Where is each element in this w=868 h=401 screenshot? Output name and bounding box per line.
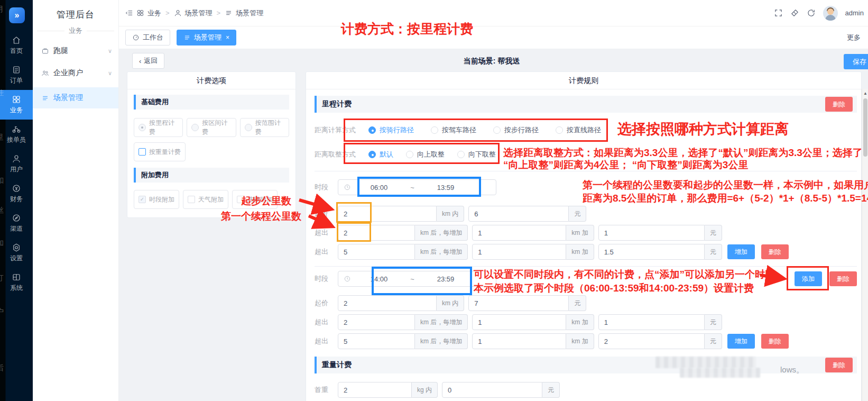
- step-km-input[interactable]: [472, 244, 566, 260]
- unit-addon: km 加: [566, 314, 594, 330]
- radio-round-down[interactable]: 向下取整: [457, 150, 496, 159]
- radio-round-default[interactable]: 默认: [368, 150, 393, 159]
- add-period-button[interactable]: 添加: [795, 271, 822, 286]
- rail-item-settings[interactable]: 设置: [0, 238, 33, 268]
- checkbox-time-surcharge[interactable]: ✓时段附加: [134, 190, 179, 209]
- over-km-input[interactable]: [338, 244, 415, 260]
- rail-item-users[interactable]: 用户: [0, 149, 33, 179]
- over-km-input[interactable]: [338, 333, 415, 349]
- period-end-time[interactable]: 13:59: [423, 184, 468, 192]
- step-km-input[interactable]: [472, 314, 566, 330]
- delete-weight-section-button[interactable]: 删除: [825, 358, 853, 372]
- increase-row-button[interactable]: 增加: [727, 334, 755, 349]
- radio-straight-line-route[interactable]: 按直线路径: [556, 125, 601, 135]
- step-km-input[interactable]: [472, 225, 566, 241]
- breadcrumb-scene-mgmt[interactable]: 场景管理: [185, 8, 213, 18]
- radio-by-range[interactable]: 按范围计费: [240, 118, 289, 137]
- vertical-scrollbar[interactable]: ▲: [862, 89, 868, 401]
- rail-item-courier[interactable]: 接单员: [0, 120, 33, 149]
- base-fee-input[interactable]: [468, 295, 569, 311]
- menu-group-label: 业务: [33, 26, 118, 35]
- period-end-time[interactable]: 23:59: [423, 275, 468, 283]
- step-fee-input[interactable]: [598, 225, 705, 241]
- scooter-icon: [12, 124, 21, 134]
- first-weight-input[interactable]: [338, 382, 412, 398]
- tab-workbench[interactable]: 工作台: [125, 30, 170, 45]
- menu-item-scene-management[interactable]: 场景管理: [33, 87, 118, 108]
- checkbox-select-surcharge[interactable]: 选择附加: [232, 190, 278, 209]
- username[interactable]: admin: [845, 9, 864, 17]
- step-km-input[interactable]: [472, 333, 566, 349]
- checkbox-weather-surcharge[interactable]: 天气附加: [183, 190, 228, 209]
- base-km-input[interactable]: [338, 206, 437, 222]
- refresh-icon[interactable]: [807, 8, 816, 17]
- grid-icon: [12, 95, 21, 104]
- checkbox-icon: ✓: [138, 196, 146, 203]
- step-fee-input[interactable]: [598, 314, 705, 330]
- scrollbar-thumb[interactable]: [863, 98, 867, 157]
- save-button[interactable]: 保存: [844, 54, 868, 69]
- more-button[interactable]: 更多: [847, 33, 861, 42]
- close-icon[interactable]: ×: [226, 34, 229, 41]
- first-weight-fee-input[interactable]: [442, 382, 542, 398]
- period-start-time[interactable]: 06:00: [356, 184, 402, 192]
- order-icon: [12, 65, 21, 75]
- unit-addon: 元: [542, 382, 560, 398]
- delete-period-button[interactable]: 删除: [829, 271, 857, 286]
- over-row: 超出 km 后，每增加 km 加 元: [315, 225, 857, 241]
- rail-item-business[interactable]: 业务: [0, 90, 33, 120]
- row-label: 首重: [315, 385, 338, 395]
- edge-char: 月: [0, 5, 4, 13]
- fullscreen-icon[interactable]: [774, 8, 783, 17]
- unit-addon: km 后，每增加: [415, 333, 468, 349]
- over-km-input[interactable]: [338, 225, 415, 241]
- radio-by-interval[interactable]: 按区间计费: [187, 118, 236, 137]
- breadcrumb-business[interactable]: 业务: [147, 8, 161, 18]
- time-range-picker-1[interactable]: 06:00 ~ 13:59: [338, 179, 496, 195]
- user-icon: [12, 154, 21, 163]
- radio-icon: [406, 151, 413, 158]
- menu-item-paotui[interactable]: 跑腿 ∨: [33, 40, 118, 62]
- period-start-time[interactable]: 14:00: [356, 275, 402, 283]
- back-button[interactable]: ‹返回: [132, 53, 164, 69]
- radio-riding-route[interactable]: 按骑行路径: [368, 125, 414, 135]
- rail-item-system[interactable]: 系统: [0, 268, 33, 297]
- time-range-picker-2[interactable]: 14:00 ~ 23:59: [338, 271, 496, 287]
- checkbox-icon: [237, 196, 244, 203]
- rail-item-finance[interactable]: 财务: [0, 179, 33, 208]
- delete-mileage-section-button[interactable]: 删除: [825, 97, 853, 112]
- menu-item-merchants[interactable]: 企业商户 ∨: [33, 62, 118, 84]
- avatar[interactable]: [823, 6, 838, 21]
- edge-char: 加: [0, 239, 4, 247]
- over-km-input[interactable]: [338, 314, 415, 330]
- collapse-sidebar-icon[interactable]: [125, 9, 133, 17]
- delete-row-button[interactable]: 删除: [761, 244, 789, 259]
- watermark-text: lows。: [780, 365, 804, 375]
- scroll-up-arrow-icon[interactable]: ▲: [862, 91, 868, 96]
- step-fee-input[interactable]: [598, 333, 705, 349]
- unit-addon: 元: [705, 314, 722, 330]
- radio-walking-route[interactable]: 按步行路径: [493, 125, 539, 135]
- period-label: 时段: [315, 183, 338, 192]
- rail-item-orders[interactable]: 订单: [0, 60, 33, 90]
- radio-by-mileage[interactable]: 按里程计费: [134, 118, 183, 137]
- app-logo-icon[interactable]: »: [9, 7, 25, 23]
- unit-addon: 元: [705, 225, 722, 241]
- edge-char: 后: [0, 364, 4, 371]
- radio-driving-route[interactable]: 按驾车路径: [431, 125, 476, 135]
- step-fee-input[interactable]: [598, 244, 705, 260]
- base-fee-input[interactable]: [468, 206, 569, 222]
- increase-row-button[interactable]: 增加: [727, 244, 755, 259]
- base-km-input[interactable]: [338, 295, 437, 311]
- theme-skin-icon[interactable]: [790, 8, 799, 17]
- options-panel-title: 计费选项: [127, 72, 296, 89]
- time-separator: ~: [402, 184, 423, 192]
- rail-item-channel[interactable]: 渠道: [0, 208, 33, 238]
- breadcrumb-scene-mgmt-2[interactable]: 场景管理: [236, 8, 263, 18]
- checkbox-by-weight[interactable]: 按重量计费: [134, 142, 186, 161]
- user-icon: [174, 9, 182, 17]
- rail-item-home[interactable]: 首页: [0, 31, 33, 60]
- radio-round-up[interactable]: 向上取整: [406, 150, 445, 159]
- tab-scene-management[interactable]: 场景管理 ×: [177, 30, 236, 45]
- delete-row-button[interactable]: 删除: [761, 334, 789, 349]
